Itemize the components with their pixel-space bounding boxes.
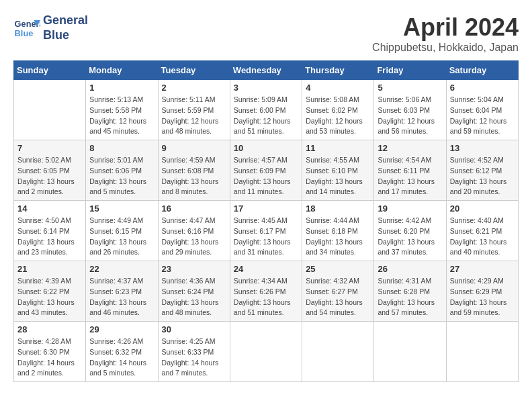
day-cell: 1Sunrise: 5:13 AMSunset: 5:58 PMDaylight… — [86, 80, 158, 140]
location: Chippubetsu, Hokkaido, Japan — [372, 42, 519, 54]
day-cell: 2Sunrise: 5:11 AMSunset: 5:59 PMDaylight… — [158, 80, 230, 140]
day-info: Sunrise: 4:50 AMSunset: 6:14 PMDaylight:… — [17, 216, 82, 258]
day-number: 19 — [378, 203, 442, 214]
day-number: 11 — [306, 143, 370, 153]
day-info: Sunrise: 4:26 AMSunset: 6:32 PMDaylight:… — [89, 336, 154, 379]
day-info: Sunrise: 4:44 AMSunset: 6:18 PMDaylight:… — [306, 216, 370, 258]
day-cell: 26Sunrise: 4:31 AMSunset: 6:28 PMDayligh… — [374, 261, 446, 322]
day-info: Sunrise: 4:42 AMSunset: 6:20 PMDaylight:… — [378, 216, 442, 258]
day-info: Sunrise: 4:52 AMSunset: 6:12 PMDaylight:… — [450, 155, 515, 197]
day-cell: 24Sunrise: 4:34 AMSunset: 6:26 PMDayligh… — [230, 261, 302, 322]
week-row-1: 1Sunrise: 5:13 AMSunset: 5:58 PMDaylight… — [14, 80, 519, 140]
day-cell: 22Sunrise: 4:37 AMSunset: 6:23 PMDayligh… — [86, 261, 158, 322]
day-number: 23 — [162, 264, 226, 274]
day-number: 10 — [234, 143, 298, 153]
day-cell: 16Sunrise: 4:47 AMSunset: 6:16 PMDayligh… — [158, 201, 230, 261]
day-number: 9 — [162, 143, 226, 153]
col-wednesday: Wednesday — [230, 61, 302, 80]
day-cell — [374, 322, 446, 382]
day-number: 30 — [162, 324, 226, 334]
day-number: 20 — [450, 203, 515, 214]
day-cell: 13Sunrise: 4:52 AMSunset: 6:12 PMDayligh… — [446, 140, 518, 201]
day-cell: 10Sunrise: 4:57 AMSunset: 6:09 PMDayligh… — [230, 140, 302, 201]
week-row-3: 14Sunrise: 4:50 AMSunset: 6:14 PMDayligh… — [14, 201, 519, 261]
day-number: 27 — [450, 264, 515, 274]
logo: General Blue General Blue — [13, 13, 88, 42]
day-cell: 14Sunrise: 4:50 AMSunset: 6:14 PMDayligh… — [14, 201, 86, 261]
day-info: Sunrise: 4:49 AMSunset: 6:15 PMDaylight:… — [89, 216, 154, 258]
week-row-5: 28Sunrise: 4:28 AMSunset: 6:30 PMDayligh… — [14, 322, 519, 382]
day-info: Sunrise: 4:59 AMSunset: 6:08 PMDaylight:… — [162, 155, 226, 197]
day-cell: 4Sunrise: 5:08 AMSunset: 6:02 PMDaylight… — [302, 80, 374, 140]
day-cell: 21Sunrise: 4:39 AMSunset: 6:22 PMDayligh… — [14, 261, 86, 322]
day-cell: 19Sunrise: 4:42 AMSunset: 6:20 PMDayligh… — [374, 201, 446, 261]
day-info: Sunrise: 5:02 AMSunset: 6:05 PMDaylight:… — [17, 155, 82, 197]
day-info: Sunrise: 4:36 AMSunset: 6:24 PMDaylight:… — [162, 276, 226, 318]
col-friday: Friday — [374, 61, 446, 80]
logo-line2: Blue — [43, 28, 69, 42]
day-cell: 6Sunrise: 5:04 AMSunset: 6:04 PMDaylight… — [446, 80, 518, 140]
day-info: Sunrise: 5:08 AMSunset: 6:02 PMDaylight:… — [306, 95, 370, 137]
logo-icon: General Blue — [13, 15, 40, 42]
day-number: 1 — [89, 83, 154, 93]
logo-line1: General — [43, 13, 88, 27]
day-cell — [446, 322, 518, 382]
day-info: Sunrise: 5:04 AMSunset: 6:04 PMDaylight:… — [450, 95, 515, 137]
day-cell: 7Sunrise: 5:02 AMSunset: 6:05 PMDaylight… — [14, 140, 86, 201]
col-tuesday: Tuesday — [158, 61, 230, 80]
title-block: April 2024 Chippubetsu, Hokkaido, Japan — [372, 13, 519, 54]
day-number: 6 — [450, 83, 515, 93]
day-info: Sunrise: 4:28 AMSunset: 6:30 PMDaylight:… — [17, 336, 82, 379]
day-info: Sunrise: 4:57 AMSunset: 6:09 PMDaylight:… — [234, 155, 298, 197]
day-cell — [302, 322, 374, 382]
day-number: 16 — [162, 203, 226, 214]
day-cell: 5Sunrise: 5:06 AMSunset: 6:03 PMDaylight… — [374, 80, 446, 140]
day-number: 28 — [17, 324, 82, 334]
col-sunday: Sunday — [14, 61, 86, 80]
day-cell: 23Sunrise: 4:36 AMSunset: 6:24 PMDayligh… — [158, 261, 230, 322]
day-info: Sunrise: 4:40 AMSunset: 6:21 PMDaylight:… — [450, 216, 515, 258]
day-number: 24 — [234, 264, 298, 274]
day-number: 7 — [17, 143, 82, 153]
day-number: 5 — [378, 83, 442, 93]
day-number: 3 — [234, 83, 298, 93]
day-cell: 29Sunrise: 4:26 AMSunset: 6:32 PMDayligh… — [86, 322, 158, 382]
day-info: Sunrise: 5:11 AMSunset: 5:59 PMDaylight:… — [162, 95, 226, 137]
day-number: 21 — [17, 264, 82, 274]
logo-text: General Blue — [43, 13, 88, 42]
col-monday: Monday — [86, 61, 158, 80]
day-number: 4 — [306, 83, 370, 93]
day-cell: 8Sunrise: 5:01 AMSunset: 6:06 PMDaylight… — [86, 140, 158, 201]
day-info: Sunrise: 4:25 AMSunset: 6:33 PMDaylight:… — [162, 336, 226, 379]
day-number: 25 — [306, 264, 370, 274]
day-info: Sunrise: 4:32 AMSunset: 6:27 PMDaylight:… — [306, 276, 370, 318]
week-row-4: 21Sunrise: 4:39 AMSunset: 6:22 PMDayligh… — [14, 261, 519, 322]
day-info: Sunrise: 5:06 AMSunset: 6:03 PMDaylight:… — [378, 95, 442, 137]
day-cell: 27Sunrise: 4:29 AMSunset: 6:29 PMDayligh… — [446, 261, 518, 322]
day-info: Sunrise: 5:09 AMSunset: 6:00 PMDaylight:… — [234, 95, 298, 137]
day-number: 22 — [89, 264, 154, 274]
day-info: Sunrise: 4:55 AMSunset: 6:10 PMDaylight:… — [306, 155, 370, 197]
day-number: 12 — [378, 143, 442, 153]
week-row-2: 7Sunrise: 5:02 AMSunset: 6:05 PMDaylight… — [14, 140, 519, 201]
day-cell: 11Sunrise: 4:55 AMSunset: 6:10 PMDayligh… — [302, 140, 374, 201]
day-info: Sunrise: 5:13 AMSunset: 5:58 PMDaylight:… — [89, 95, 154, 137]
day-info: Sunrise: 4:54 AMSunset: 6:11 PMDaylight:… — [378, 155, 442, 197]
svg-text:Blue: Blue — [15, 28, 34, 38]
day-info: Sunrise: 4:31 AMSunset: 6:28 PMDaylight:… — [378, 276, 442, 318]
day-number: 14 — [17, 203, 82, 214]
calendar-body: 1Sunrise: 5:13 AMSunset: 5:58 PMDaylight… — [14, 80, 519, 382]
day-cell: 15Sunrise: 4:49 AMSunset: 6:15 PMDayligh… — [86, 201, 158, 261]
day-info: Sunrise: 4:45 AMSunset: 6:17 PMDaylight:… — [234, 216, 298, 258]
day-info: Sunrise: 4:47 AMSunset: 6:16 PMDaylight:… — [162, 216, 226, 258]
day-cell: 12Sunrise: 4:54 AMSunset: 6:11 PMDayligh… — [374, 140, 446, 201]
day-cell: 17Sunrise: 4:45 AMSunset: 6:17 PMDayligh… — [230, 201, 302, 261]
day-cell: 20Sunrise: 4:40 AMSunset: 6:21 PMDayligh… — [446, 201, 518, 261]
day-cell — [14, 80, 86, 140]
header-row: Sunday Monday Tuesday Wednesday Thursday… — [14, 61, 519, 80]
day-number: 26 — [378, 264, 442, 274]
day-cell: 28Sunrise: 4:28 AMSunset: 6:30 PMDayligh… — [14, 322, 86, 382]
day-cell: 9Sunrise: 4:59 AMSunset: 6:08 PMDaylight… — [158, 140, 230, 201]
day-info: Sunrise: 4:34 AMSunset: 6:26 PMDaylight:… — [234, 276, 298, 318]
day-info: Sunrise: 4:37 AMSunset: 6:23 PMDaylight:… — [89, 276, 154, 318]
